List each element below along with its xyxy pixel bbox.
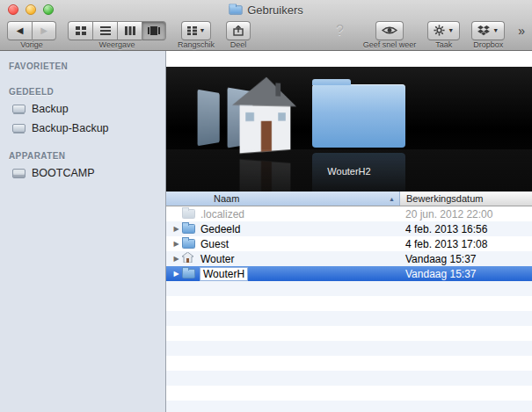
file-name[interactable]: Gedeeld xyxy=(200,223,240,235)
disclosure-triangle-icon[interactable]: ▶ xyxy=(171,225,182,233)
share-group: Deel xyxy=(226,20,251,49)
sidebar-section-header: FAVORIETEN xyxy=(0,61,165,74)
share-button[interactable] xyxy=(226,21,251,40)
column-header-naam[interactable]: Naam ▲ xyxy=(166,192,400,206)
toolbar-overflow-group: » xyxy=(516,20,525,40)
folder-icon xyxy=(182,239,195,249)
minimize-button[interactable] xyxy=(26,4,36,15)
close-button[interactable] xyxy=(8,4,18,15)
icon-view-button[interactable] xyxy=(68,21,92,40)
display-icon xyxy=(12,105,26,113)
dropbox-button[interactable]: ▼ xyxy=(471,21,505,40)
coverflow-selected-folder-icon[interactable] xyxy=(312,84,405,148)
coverflow-view-button[interactable] xyxy=(142,21,166,40)
file-row[interactable]: .localized20 jun. 2012 22:00 xyxy=(166,206,532,221)
arrange-icon xyxy=(187,26,197,35)
window-title-area: Gebruikers xyxy=(229,4,303,17)
content-top-gap xyxy=(166,51,532,67)
column-view-icon xyxy=(125,26,135,35)
chevron-down-icon: ▼ xyxy=(492,27,499,33)
file-date: Vandaag 15:37 xyxy=(405,268,477,280)
coverflow-home-folder-icon[interactable] xyxy=(230,70,297,161)
file-row[interactable]: ▶WouterVandaag 15:37 xyxy=(166,251,532,266)
quicklook-group: Geef snel weer xyxy=(363,20,417,49)
harddisk-icon xyxy=(12,169,26,178)
folder-icon xyxy=(182,209,195,219)
column-view-button[interactable] xyxy=(117,21,142,40)
file-row[interactable]: ▶Guest4 feb. 2013 17:08 xyxy=(166,236,532,251)
eye-icon xyxy=(382,25,397,35)
nav-group: ◀ ▶ Vorige xyxy=(7,20,56,49)
quicklook-button[interactable] xyxy=(375,21,404,40)
zoom-button[interactable] xyxy=(43,4,54,15)
list-view-icon xyxy=(100,26,111,35)
sidebar-item-label: BOOTCAMP xyxy=(32,167,95,179)
file-name[interactable]: Wouter xyxy=(200,253,234,265)
coverflow-view[interactable]: WouterH2 xyxy=(166,67,532,192)
traffic-lights xyxy=(8,4,54,15)
folder-icon xyxy=(230,5,243,14)
file-row[interactable]: ▶Gedeeld4 feb. 2013 16:56 xyxy=(166,221,532,236)
sidebar-item-bootcamp[interactable]: BOOTCAMP xyxy=(0,163,165,183)
action-button[interactable]: ▼ xyxy=(427,21,460,40)
file-name[interactable]: Guest xyxy=(200,238,229,250)
file-row[interactable]: ▶WouterHVandaag 15:37 xyxy=(166,266,532,281)
window-body: FAVORIETENGEDEELDBackupBackup-BackupAPPA… xyxy=(0,51,532,412)
sidebar-item-backup-backup[interactable]: Backup-Backup xyxy=(0,119,165,138)
file-date: 4 feb. 2013 17:08 xyxy=(405,238,487,250)
finder-window: Gebruikers ◀ ▶ Vorige xyxy=(0,0,532,412)
sidebar-section-header: APPARATEN xyxy=(0,151,165,163)
back-icon: ◀ xyxy=(17,25,24,35)
action-group: ▼ Taak xyxy=(427,20,460,49)
help-group: ? xyxy=(332,20,347,40)
file-name[interactable]: .localized xyxy=(200,208,244,220)
file-list: .localized20 jun. 2012 22:00▶Gedeeld4 fe… xyxy=(166,206,532,281)
column-header-bewerkingsdatum[interactable]: Bewerkingsdatum xyxy=(400,192,532,206)
arrange-group: ▼ Rangschik xyxy=(178,20,215,49)
forward-icon: ▶ xyxy=(40,25,47,35)
folder-icon xyxy=(182,269,195,278)
window-title: Gebruikers xyxy=(247,4,303,17)
sidebar-item-label: Backup xyxy=(32,103,69,115)
sidebar-item-backup[interactable]: Backup xyxy=(0,99,165,119)
sidebar-section-header: GEDEELD xyxy=(0,87,165,99)
home-folder-icon xyxy=(182,252,195,264)
display-icon xyxy=(12,124,26,133)
sidebar-item-label: Backup-Backup xyxy=(32,122,109,134)
coverflow-folder-icon[interactable] xyxy=(198,90,220,146)
titlebar[interactable]: Gebruikers xyxy=(0,0,532,19)
quicklook-label: Geef snel weer xyxy=(363,40,417,49)
forward-button[interactable]: ▶ xyxy=(32,21,56,40)
toolbar: ◀ ▶ Vorige xyxy=(0,19,532,50)
back-button[interactable]: ◀ xyxy=(7,21,32,40)
rename-field[interactable]: WouterH xyxy=(200,268,247,280)
disclosure-triangle-icon[interactable]: ▶ xyxy=(171,255,182,263)
dropbox-group: ▼ Dropbox xyxy=(471,20,505,49)
chevron-down-icon: ▼ xyxy=(448,27,454,33)
column-header-bewerkingsdatum-label: Bewerkingsdatum xyxy=(406,193,483,204)
view-label: Weergave xyxy=(99,40,135,49)
disclosure-triangle-icon[interactable]: ▶ xyxy=(171,270,182,278)
sort-ascending-icon: ▲ xyxy=(389,196,395,202)
file-date: 20 jun. 2012 22:00 xyxy=(405,208,492,220)
help-icon[interactable]: ? xyxy=(332,23,347,39)
coverflow-reflection xyxy=(230,151,297,192)
disclosure-triangle-icon[interactable]: ▶ xyxy=(171,240,182,248)
coverflow-selected-label: WouterH2 xyxy=(327,166,370,177)
empty-rows-area xyxy=(166,281,532,412)
nav-label: Vorige xyxy=(20,40,43,49)
list-view-button[interactable] xyxy=(92,21,117,40)
share-icon xyxy=(233,25,244,36)
file-date: 4 feb. 2013 16:56 xyxy=(405,223,487,235)
file-date: Vandaag 15:37 xyxy=(405,253,477,265)
grid-view-icon xyxy=(76,26,86,35)
gear-icon xyxy=(434,25,445,36)
window-chrome: Gebruikers ◀ ▶ Vorige xyxy=(0,0,532,51)
arrange-button[interactable]: ▼ xyxy=(181,21,212,40)
dropbox-icon xyxy=(477,25,490,36)
chevron-down-icon: ▼ xyxy=(200,27,206,33)
toolbar-overflow-icon[interactable]: » xyxy=(516,24,525,38)
column-header-naam-label: Naam xyxy=(214,193,239,204)
content-area: WouterH2 Naam ▲ Bewerkingsdatum .localiz… xyxy=(166,51,532,412)
arrange-label: Rangschik xyxy=(178,40,215,49)
